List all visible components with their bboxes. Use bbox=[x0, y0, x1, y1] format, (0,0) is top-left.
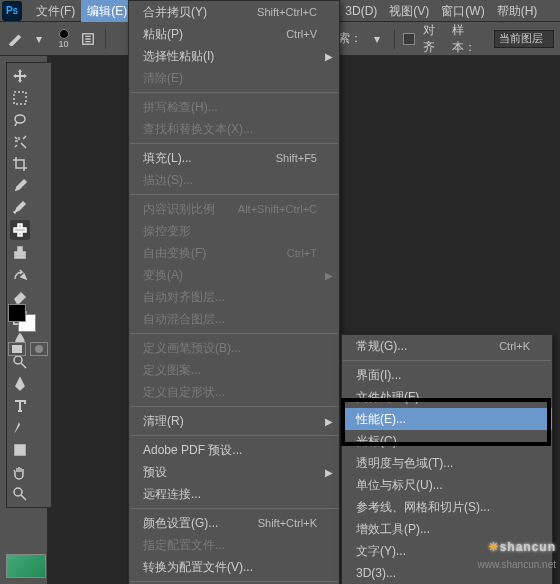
align-checkbox[interactable] bbox=[403, 33, 415, 45]
menu-remote[interactable]: 远程连接... bbox=[129, 483, 339, 505]
menu-edit[interactable]: 编辑(E) bbox=[81, 0, 133, 22]
search-label: 索： bbox=[338, 30, 362, 47]
svg-rect-4 bbox=[14, 228, 26, 232]
quick-mask-icon[interactable] bbox=[8, 342, 26, 356]
sample-select[interactable] bbox=[494, 30, 554, 48]
menu-help[interactable]: 帮助(H) bbox=[491, 0, 544, 22]
menu-transform: 变换(A)▶ bbox=[129, 264, 339, 286]
move-tool[interactable] bbox=[10, 66, 30, 86]
menu-file[interactable]: 文件(F) bbox=[30, 0, 81, 22]
prefs-transparency[interactable]: 透明度与色域(T)... bbox=[342, 452, 552, 474]
menu-purge[interactable]: 清理(R)▶ bbox=[129, 410, 339, 432]
thumbnail bbox=[6, 554, 46, 578]
shape-tool[interactable] bbox=[10, 440, 30, 460]
menu-pattern: 定义图案... bbox=[129, 359, 339, 381]
menu-view[interactable]: 视图(V) bbox=[383, 0, 435, 22]
brush-dot-icon bbox=[59, 29, 69, 39]
svg-rect-1 bbox=[14, 92, 26, 104]
menu-content-scale: 内容识别比例Alt+Shift+Ctrl+C bbox=[129, 198, 339, 220]
svg-point-10 bbox=[14, 488, 22, 496]
menu-pdf-preset[interactable]: Adobe PDF 预设... bbox=[129, 439, 339, 461]
prefs-cursors[interactable]: 光标(C)... bbox=[342, 430, 552, 452]
svg-rect-5 bbox=[15, 256, 25, 258]
menu-paste-special[interactable]: 选择性粘贴(I)▶ bbox=[129, 45, 339, 67]
brush-size[interactable]: 10 bbox=[54, 29, 74, 49]
menu-stroke: 描边(S)... bbox=[129, 169, 339, 191]
tools-panel bbox=[6, 62, 52, 508]
app-logo: Ps bbox=[2, 1, 22, 21]
history-brush-tool[interactable] bbox=[10, 264, 30, 284]
svg-rect-9 bbox=[15, 445, 25, 455]
eyedropper-tool[interactable] bbox=[10, 176, 30, 196]
menu-puppet: 操控变形 bbox=[129, 220, 339, 242]
menu-window[interactable]: 窗口(W) bbox=[435, 0, 490, 22]
crop-tool[interactable] bbox=[10, 154, 30, 174]
wand-tool[interactable] bbox=[10, 132, 30, 152]
prefs-performance[interactable]: 性能(E)... bbox=[342, 408, 552, 430]
tool-preset-icon[interactable] bbox=[6, 30, 24, 48]
prefs-interface[interactable]: 界面(I)... bbox=[342, 364, 552, 386]
stamp-tool[interactable] bbox=[10, 242, 30, 262]
lasso-tool[interactable] bbox=[10, 110, 30, 130]
foreground-color[interactable] bbox=[8, 304, 26, 322]
menu-auto-blend: 自动混合图层... bbox=[129, 308, 339, 330]
healing-tool[interactable] bbox=[10, 220, 30, 240]
menu-free-transform: 自由变换(F)Ctrl+T bbox=[129, 242, 339, 264]
menu-presets[interactable]: 预设▶ bbox=[129, 461, 339, 483]
menu-spell: 拼写检查(H)... bbox=[129, 96, 339, 118]
align-label: 对齐 bbox=[423, 22, 447, 56]
menu-clear: 清除(E) bbox=[129, 67, 339, 89]
screen-mode-icon[interactable] bbox=[30, 342, 48, 356]
path-tool[interactable] bbox=[10, 418, 30, 438]
menu-merge-copy[interactable]: 合并拷贝(Y)Shift+Ctrl+C bbox=[129, 1, 339, 23]
svg-point-8 bbox=[14, 356, 22, 364]
prefs-units[interactable]: 单位与标尺(U)... bbox=[342, 474, 552, 496]
pen-tool[interactable] bbox=[10, 374, 30, 394]
watermark-url: www.shancun.net bbox=[478, 559, 556, 570]
brush-panel-icon[interactable] bbox=[79, 30, 97, 48]
type-tool[interactable] bbox=[10, 396, 30, 416]
prefs-general[interactable]: 常规(G)...Ctrl+K bbox=[342, 335, 552, 357]
menu-assign-profile: 指定配置文件... bbox=[129, 534, 339, 556]
hand-tool[interactable] bbox=[10, 462, 30, 482]
menu-fill[interactable]: 填充(L)...Shift+F5 bbox=[129, 147, 339, 169]
menu-color-settings[interactable]: 颜色设置(G)...Shift+Ctrl+K bbox=[129, 512, 339, 534]
eraser-tool[interactable] bbox=[10, 286, 30, 306]
menu-find-replace: 查找和替换文本(X)... bbox=[129, 118, 339, 140]
brush-size-value: 10 bbox=[59, 39, 69, 49]
menu-paste[interactable]: 粘贴(P)Ctrl+V bbox=[129, 23, 339, 45]
menu-3d[interactable]: 3D(D) bbox=[339, 0, 383, 22]
chevron-down-icon[interactable]: ▾ bbox=[30, 30, 48, 48]
menu-brush-preset: 定义画笔预设(B)... bbox=[129, 337, 339, 359]
watermark: ☀shancun bbox=[488, 535, 556, 556]
menu-auto-align: 自动对齐图层... bbox=[129, 286, 339, 308]
menu-custom-shape: 定义自定形状... bbox=[129, 381, 339, 403]
prefs-guides[interactable]: 参考线、网格和切片(S)... bbox=[342, 496, 552, 518]
zoom-tool[interactable] bbox=[10, 484, 30, 504]
sample-label: 样本： bbox=[452, 22, 488, 56]
chevron-down-icon[interactable]: ▾ bbox=[368, 30, 386, 48]
marquee-tool[interactable] bbox=[10, 88, 30, 108]
prefs-file-handling[interactable]: 文件处理(F)... bbox=[342, 386, 552, 408]
menu-convert-profile[interactable]: 转换为配置文件(V)... bbox=[129, 556, 339, 578]
edit-menu: 合并拷贝(Y)Shift+Ctrl+C 粘贴(P)Ctrl+V 选择性粘贴(I)… bbox=[128, 0, 340, 584]
brush-tool[interactable] bbox=[10, 198, 30, 218]
